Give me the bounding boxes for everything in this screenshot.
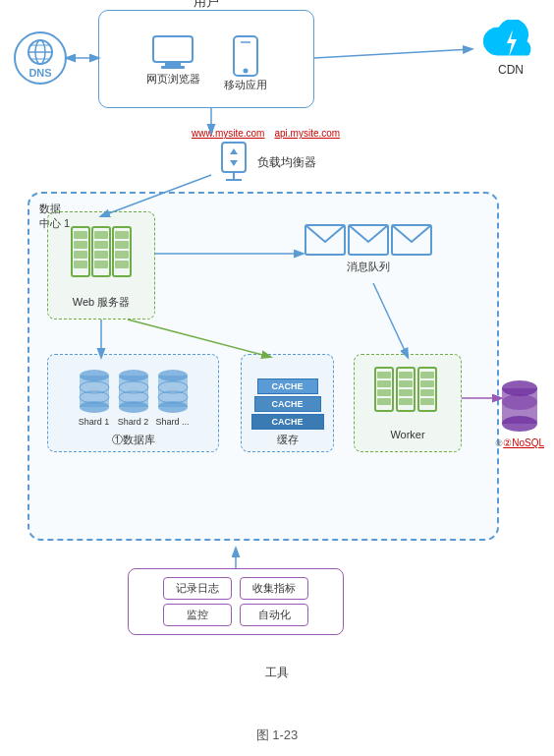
svg-rect-56 [399, 372, 413, 378]
cache-area: CACHE CACHE CACHE 缓存 [241, 354, 334, 452]
nosql-label-area: ② ②NoSQL [495, 437, 544, 448]
diagram-container: DNS 用户 网页浏览器 移动应用 [0, 0, 554, 756]
envelope-icon-1 [305, 224, 346, 256]
mq-label: 消息队列 [347, 260, 390, 274]
dns-label: DNS [28, 67, 51, 79]
url2-label: api.mysite.com [274, 128, 340, 139]
tools-row-2: 监控 自动化 [137, 604, 335, 626]
svg-rect-64 [420, 398, 434, 405]
svg-rect-53 [377, 389, 391, 396]
svg-rect-26 [94, 261, 108, 268]
mobile-icon [232, 34, 259, 78]
svg-rect-58 [399, 389, 413, 396]
svg-rect-25 [94, 251, 108, 259]
svg-rect-21 [74, 261, 87, 268]
cdn-label: CDN [498, 63, 524, 77]
shard1: Shard 1 [77, 368, 112, 427]
tool-log: 记录日志 [163, 577, 232, 600]
svg-rect-59 [399, 398, 413, 405]
mq-icons [305, 224, 432, 256]
webserver-icon [67, 222, 136, 291]
nosql-icon [497, 378, 542, 437]
mobile-label: 移动应用 [224, 78, 267, 92]
shard2-icon [116, 368, 151, 417]
svg-rect-51 [377, 372, 391, 378]
nosql-circled-num: ② [495, 438, 503, 448]
svg-rect-18 [74, 231, 87, 239]
shard1-icon [77, 368, 112, 417]
svg-rect-62 [420, 380, 434, 387]
svg-marker-15 [230, 148, 238, 154]
worker-icon [373, 366, 442, 425]
svg-rect-63 [420, 389, 434, 396]
worker-area: Worker [354, 354, 462, 452]
tool-metrics: 收集指标 [240, 577, 308, 600]
shard3-icon [155, 368, 191, 417]
tools-label: 工具 [0, 665, 554, 681]
cache-item-3: CACHE [251, 414, 324, 430]
dns-box: DNS [14, 31, 67, 85]
monitor-icon [151, 34, 194, 72]
svg-rect-30 [115, 251, 129, 259]
cache-label: 缓存 [277, 433, 299, 447]
tools-row-1: 记录日志 收集指标 [137, 577, 335, 600]
svg-rect-29 [115, 241, 129, 249]
svg-point-9 [243, 68, 248, 73]
cdn-cloud-icon [481, 20, 540, 63]
lb-label: 负载均衡器 [257, 154, 316, 171]
lb-icon [216, 141, 251, 184]
svg-rect-52 [377, 380, 391, 387]
envelope-icon-3 [391, 224, 432, 256]
webserver-box: Web 服务器 [47, 211, 155, 320]
svg-marker-16 [230, 160, 238, 166]
cache-item-1: CACHE [257, 378, 318, 394]
user-label: 用户 [194, 0, 219, 11]
svg-rect-61 [420, 372, 434, 378]
svg-rect-57 [399, 380, 413, 387]
lb-urls: www.mysite.com api.mysite.com [192, 128, 340, 139]
nosql-box: ② ②NoSQL [495, 378, 544, 448]
svg-rect-28 [115, 231, 129, 239]
browser-icon-item: 网页浏览器 [146, 34, 200, 92]
mobile-icon-item: 移动应用 [224, 34, 267, 92]
user-icons: 网页浏览器 移动应用 [146, 34, 267, 92]
svg-rect-20 [74, 251, 87, 259]
cache-item-2: CACHE [254, 396, 321, 412]
lb-area: www.mysite.com api.mysite.com 负载均衡器 [192, 128, 340, 184]
cdn-box: CDN [481, 20, 540, 77]
nosql-label: ②NoSQL [503, 437, 544, 448]
globe-icon [26, 37, 55, 67]
svg-line-70 [314, 49, 471, 58]
svg-point-67 [502, 416, 537, 432]
svg-rect-7 [161, 66, 185, 69]
cache-stack: CACHE CACHE CACHE [251, 378, 324, 431]
tool-automation: 自动化 [240, 604, 308, 626]
worker-label: Worker [390, 429, 424, 440]
shard1-label: Shard 1 [79, 417, 110, 427]
svg-rect-24 [94, 241, 108, 249]
browser-label: 网页浏览器 [146, 72, 200, 87]
db-area: Shard 1 Shard 2 [47, 354, 219, 452]
shard2: Shard 2 [116, 368, 151, 427]
url1-label: www.mysite.com [192, 128, 264, 139]
shard3: Shard ... [155, 368, 191, 427]
lb-icon-area: 负载均衡器 [216, 141, 316, 184]
svg-rect-12 [222, 143, 246, 172]
svg-rect-54 [377, 398, 391, 405]
webserver-label: Web 服务器 [73, 295, 130, 310]
svg-point-68 [502, 394, 537, 410]
tool-monitor: 监控 [163, 604, 232, 626]
db-label: ①数据库 [112, 433, 155, 447]
shard2-label: Shard 2 [118, 417, 149, 427]
svg-rect-5 [153, 36, 193, 62]
caption: 图 1-23 [256, 727, 299, 744]
tools-box: 记录日志 收集指标 监控 自动化 [128, 568, 344, 635]
svg-rect-23 [94, 231, 108, 239]
svg-rect-6 [165, 62, 181, 66]
mq-box: 消息队列 [305, 224, 432, 274]
svg-rect-19 [74, 241, 87, 249]
user-area: 用户 网页浏览器 移动应用 [98, 10, 314, 108]
svg-rect-31 [115, 261, 129, 268]
db-shards: Shard 1 Shard 2 [77, 368, 191, 427]
shard3-label: Shard ... [155, 417, 189, 427]
